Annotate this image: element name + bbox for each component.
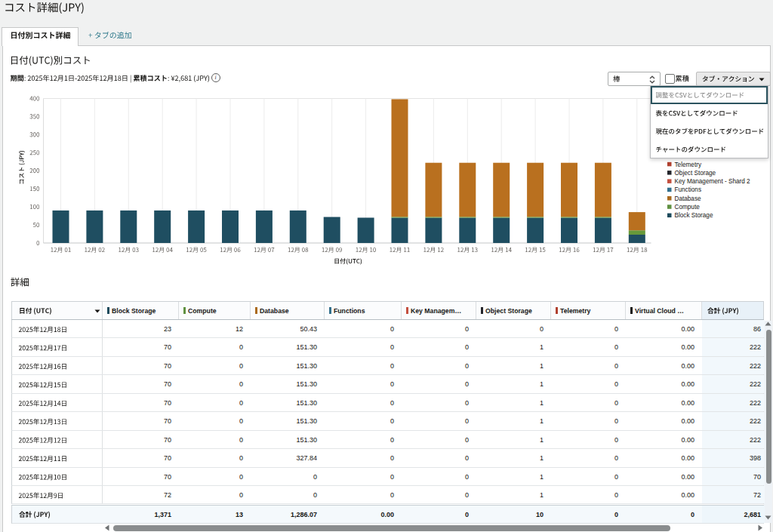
- svg-text:Block Storage: Block Storage: [675, 212, 713, 219]
- svg-text:Telemetry: Telemetry: [675, 161, 702, 168]
- svg-text:Database: Database: [675, 195, 701, 202]
- svg-text:Functions: Functions: [675, 186, 702, 193]
- svg-text:Key Management - Shard 2: Key Management - Shard 2: [675, 178, 751, 185]
- svg-text:Compute: Compute: [675, 204, 701, 211]
- svg-text:Object Storage: Object Storage: [675, 170, 716, 177]
